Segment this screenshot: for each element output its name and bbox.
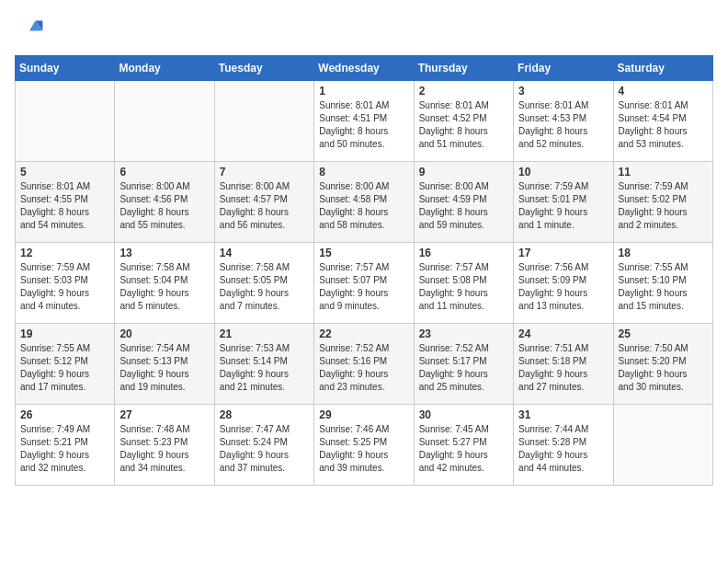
day-number: 11 <box>619 166 708 178</box>
day-info: Sunrise: 8:01 AM Sunset: 4:51 PM Dayligh… <box>319 99 408 151</box>
day-cell-19: 19Sunrise: 7:55 AM Sunset: 5:12 PM Dayli… <box>16 324 115 405</box>
day-cell-26: 26Sunrise: 7:49 AM Sunset: 5:21 PM Dayli… <box>16 405 115 486</box>
day-number: 24 <box>518 327 608 340</box>
day-number: 17 <box>518 247 608 259</box>
day-cell-14: 14Sunrise: 7:58 AM Sunset: 5:05 PM Dayli… <box>214 243 313 324</box>
day-cell-6: 6Sunrise: 8:00 AM Sunset: 4:56 PM Daylig… <box>115 162 214 243</box>
week-row-1: 1Sunrise: 8:01 AM Sunset: 4:51 PM Daylig… <box>16 81 713 162</box>
day-info: Sunrise: 8:01 AM Sunset: 4:53 PM Dayligh… <box>518 99 608 151</box>
day-info: Sunrise: 8:00 AM Sunset: 4:56 PM Dayligh… <box>119 180 209 232</box>
day-cell-22: 22Sunrise: 7:52 AM Sunset: 5:16 PM Dayli… <box>314 324 414 405</box>
day-number: 23 <box>419 327 508 340</box>
day-cell-12: 12Sunrise: 7:59 AM Sunset: 5:03 PM Dayli… <box>16 243 115 324</box>
logo-icon <box>15 15 44 44</box>
day-cell-31: 31Sunrise: 7:44 AM Sunset: 5:28 PM Dayli… <box>514 405 613 486</box>
day-number: 6 <box>119 166 209 178</box>
weekday-header-tuesday: Tuesday <box>214 56 313 81</box>
day-number: 13 <box>119 247 209 259</box>
day-cell-20: 20Sunrise: 7:54 AM Sunset: 5:13 PM Dayli… <box>115 324 214 405</box>
day-info: Sunrise: 7:52 AM Sunset: 5:17 PM Dayligh… <box>419 342 508 394</box>
weekday-header-thursday: Thursday <box>414 56 513 81</box>
day-cell-5: 5Sunrise: 8:01 AM Sunset: 4:55 PM Daylig… <box>16 162 115 243</box>
weekday-header-wednesday: Wednesday <box>314 56 414 81</box>
day-cell-21: 21Sunrise: 7:53 AM Sunset: 5:14 PM Dayli… <box>214 324 313 405</box>
day-number: 1 <box>319 85 408 98</box>
day-info: Sunrise: 7:44 AM Sunset: 5:28 PM Dayligh… <box>518 423 608 475</box>
week-row-5: 26Sunrise: 7:49 AM Sunset: 5:21 PM Dayli… <box>16 405 713 486</box>
day-number: 10 <box>518 166 608 178</box>
week-row-2: 5Sunrise: 8:01 AM Sunset: 4:55 PM Daylig… <box>16 162 713 243</box>
day-cell-13: 13Sunrise: 7:58 AM Sunset: 5:04 PM Dayli… <box>115 243 214 324</box>
day-cell-9: 9Sunrise: 8:00 AM Sunset: 4:59 PM Daylig… <box>414 162 513 243</box>
day-info: Sunrise: 8:01 AM Sunset: 4:54 PM Dayligh… <box>619 99 708 151</box>
day-info: Sunrise: 8:01 AM Sunset: 4:52 PM Dayligh… <box>419 99 508 151</box>
weekday-header-monday: Monday <box>115 56 214 81</box>
calendar-table: SundayMondayTuesdayWednesdayThursdayFrid… <box>15 55 713 486</box>
day-number: 29 <box>319 408 408 421</box>
day-number: 19 <box>20 327 109 340</box>
day-info: Sunrise: 7:48 AM Sunset: 5:23 PM Dayligh… <box>119 423 209 475</box>
day-cell-27: 27Sunrise: 7:48 AM Sunset: 5:23 PM Dayli… <box>115 405 214 486</box>
day-number: 2 <box>419 85 508 98</box>
day-number: 28 <box>220 408 309 421</box>
day-info: Sunrise: 7:53 AM Sunset: 5:14 PM Dayligh… <box>220 342 309 394</box>
day-info: Sunrise: 7:59 AM Sunset: 5:02 PM Dayligh… <box>619 180 708 232</box>
day-cell-2: 2Sunrise: 8:01 AM Sunset: 4:52 PM Daylig… <box>414 81 513 162</box>
day-number: 3 <box>518 85 608 98</box>
empty-cell <box>16 81 115 162</box>
logo <box>15 15 48 44</box>
day-cell-4: 4Sunrise: 8:01 AM Sunset: 4:54 PM Daylig… <box>613 81 712 162</box>
day-cell-3: 3Sunrise: 8:01 AM Sunset: 4:53 PM Daylig… <box>514 81 613 162</box>
day-info: Sunrise: 7:55 AM Sunset: 5:12 PM Dayligh… <box>20 342 109 394</box>
weekday-header-saturday: Saturday <box>613 56 712 81</box>
day-cell-8: 8Sunrise: 8:00 AM Sunset: 4:58 PM Daylig… <box>314 162 414 243</box>
day-number: 9 <box>419 166 508 178</box>
day-number: 30 <box>419 408 508 421</box>
day-number: 12 <box>20 247 109 259</box>
week-row-4: 19Sunrise: 7:55 AM Sunset: 5:12 PM Dayli… <box>16 324 713 405</box>
day-info: Sunrise: 7:51 AM Sunset: 5:18 PM Dayligh… <box>518 342 608 394</box>
page-header <box>15 15 713 44</box>
day-info: Sunrise: 7:57 AM Sunset: 5:08 PM Dayligh… <box>419 261 508 313</box>
day-cell-17: 17Sunrise: 7:56 AM Sunset: 5:09 PM Dayli… <box>514 243 613 324</box>
day-cell-18: 18Sunrise: 7:55 AM Sunset: 5:10 PM Dayli… <box>613 243 712 324</box>
day-info: Sunrise: 7:55 AM Sunset: 5:10 PM Dayligh… <box>619 261 708 313</box>
day-cell-10: 10Sunrise: 7:59 AM Sunset: 5:01 PM Dayli… <box>514 162 613 243</box>
day-number: 25 <box>619 327 708 340</box>
day-cell-7: 7Sunrise: 8:00 AM Sunset: 4:57 PM Daylig… <box>214 162 313 243</box>
weekday-header-row: SundayMondayTuesdayWednesdayThursdayFrid… <box>16 56 713 81</box>
day-info: Sunrise: 7:59 AM Sunset: 5:03 PM Dayligh… <box>20 261 109 313</box>
day-info: Sunrise: 7:50 AM Sunset: 5:20 PM Dayligh… <box>619 342 708 394</box>
weekday-header-sunday: Sunday <box>16 56 115 81</box>
day-info: Sunrise: 7:54 AM Sunset: 5:13 PM Dayligh… <box>119 342 209 394</box>
day-info: Sunrise: 7:46 AM Sunset: 5:25 PM Dayligh… <box>319 423 408 475</box>
weekday-header-friday: Friday <box>514 56 613 81</box>
day-info: Sunrise: 7:58 AM Sunset: 5:04 PM Dayligh… <box>119 261 209 313</box>
day-info: Sunrise: 7:45 AM Sunset: 5:27 PM Dayligh… <box>419 423 508 475</box>
day-number: 15 <box>319 247 408 259</box>
day-cell-1: 1Sunrise: 8:01 AM Sunset: 4:51 PM Daylig… <box>314 81 414 162</box>
day-info: Sunrise: 7:59 AM Sunset: 5:01 PM Dayligh… <box>518 180 608 232</box>
day-number: 16 <box>419 247 508 259</box>
day-number: 4 <box>619 85 708 98</box>
day-info: Sunrise: 7:52 AM Sunset: 5:16 PM Dayligh… <box>319 342 408 394</box>
day-info: Sunrise: 8:00 AM Sunset: 4:57 PM Dayligh… <box>220 180 309 232</box>
day-cell-15: 15Sunrise: 7:57 AM Sunset: 5:07 PM Dayli… <box>314 243 414 324</box>
day-number: 20 <box>119 327 209 340</box>
empty-cell <box>613 405 712 486</box>
day-info: Sunrise: 8:00 AM Sunset: 4:58 PM Dayligh… <box>319 180 408 232</box>
day-cell-24: 24Sunrise: 7:51 AM Sunset: 5:18 PM Dayli… <box>514 324 613 405</box>
day-number: 14 <box>220 247 309 259</box>
empty-cell <box>214 81 313 162</box>
day-info: Sunrise: 7:49 AM Sunset: 5:21 PM Dayligh… <box>20 423 109 475</box>
day-number: 26 <box>20 408 109 421</box>
day-cell-11: 11Sunrise: 7:59 AM Sunset: 5:02 PM Dayli… <box>613 162 712 243</box>
day-number: 21 <box>220 327 309 340</box>
day-number: 18 <box>619 247 708 259</box>
day-info: Sunrise: 7:56 AM Sunset: 5:09 PM Dayligh… <box>518 261 608 313</box>
day-cell-25: 25Sunrise: 7:50 AM Sunset: 5:20 PM Dayli… <box>613 324 712 405</box>
day-number: 27 <box>119 408 209 421</box>
day-cell-30: 30Sunrise: 7:45 AM Sunset: 5:27 PM Dayli… <box>414 405 513 486</box>
day-info: Sunrise: 8:00 AM Sunset: 4:59 PM Dayligh… <box>419 180 508 232</box>
day-number: 7 <box>220 166 309 178</box>
